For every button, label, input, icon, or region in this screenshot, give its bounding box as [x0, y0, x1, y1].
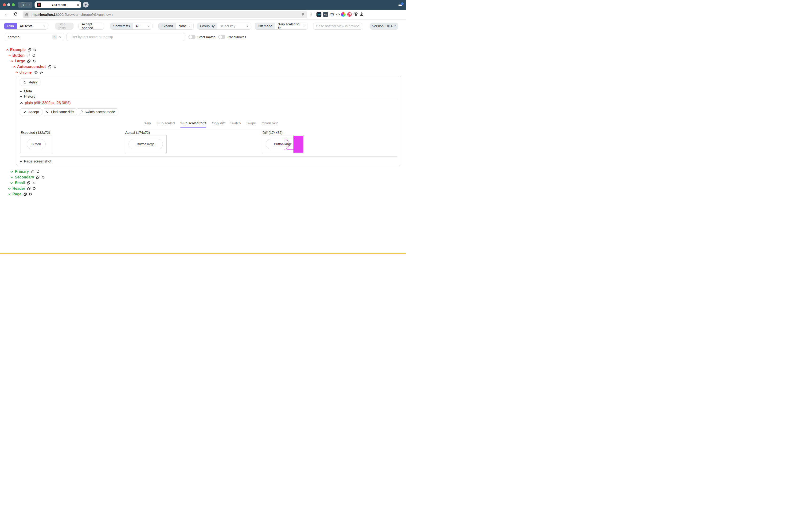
history-section-toggle[interactable]: History — [20, 94, 35, 99]
tab-switch[interactable]: Switch — [230, 121, 241, 128]
run-scope-select[interactable]: All Tests — [17, 23, 48, 29]
state-section-toggle[interactable]: plain (diff: 3302px, 26.36%) — [20, 101, 71, 105]
expand-icon[interactable] — [8, 187, 10, 190]
diff-mode-select[interactable]: 3-up scaled to fit — [275, 23, 307, 29]
test-filter-field[interactable] — [67, 33, 185, 41]
copy-icon[interactable] — [27, 187, 31, 190]
tree-row-autoscreenshot[interactable]: Autoscreenshot — [13, 64, 57, 70]
diff-highlight-block — [293, 136, 303, 152]
checkboxes-toggle[interactable] — [218, 35, 225, 39]
reload-button[interactable] — [14, 12, 18, 17]
tab-3-up-scaled-to-fit[interactable]: 3-up scaled to fit — [180, 121, 206, 128]
tabs-underline-track — [143, 128, 275, 128]
red-badge-extension-icon[interactable] — [347, 12, 352, 17]
expand-icon[interactable] — [8, 193, 10, 195]
tree-row-button[interactable]: Button — [8, 53, 35, 58]
actual-screenshot[interactable]: Button large — [125, 135, 167, 153]
base-host-input[interactable] — [313, 23, 362, 29]
window-close-button[interactable] — [3, 3, 6, 6]
retry-button[interactable]: Retry — [20, 78, 40, 86]
retry-icon[interactable] — [53, 65, 57, 68]
tree-row-example[interactable]: Example — [6, 47, 36, 53]
copy-icon[interactable] — [31, 170, 34, 173]
copy-icon[interactable] — [24, 193, 27, 196]
strict-match-toggle[interactable] — [188, 35, 195, 39]
find-same-diffs-button[interactable]: Find same diffs — [42, 108, 77, 115]
stop-tests-button[interactable]: Stop tests — [55, 23, 74, 30]
browser-menu-icon[interactable]: ⋮ — [309, 12, 313, 17]
show-tests-select[interactable]: All — [133, 23, 152, 29]
test-filter-input[interactable] — [67, 33, 185, 41]
tab-3-up-scaled[interactable]: 3-up scaled — [156, 121, 175, 128]
color-wheel-extension-icon[interactable] — [341, 12, 345, 17]
copy-icon[interactable] — [27, 54, 30, 57]
tab-swipe[interactable]: Swipe — [247, 121, 256, 128]
retry-icon[interactable] — [33, 187, 36, 190]
react-devtools-extension-icon[interactable] — [317, 12, 322, 17]
keys-extension-icon[interactable] — [354, 12, 358, 17]
copy-icon[interactable] — [36, 176, 39, 179]
copy-icon[interactable] — [27, 181, 30, 184]
diff-line-top — [287, 139, 294, 139]
window-minimize-button[interactable] — [7, 3, 10, 6]
tab-3-up[interactable]: 3-up — [144, 121, 151, 128]
collapse-icon[interactable] — [8, 55, 11, 57]
window-titlebar: 1 H Gui report × + — [0, 0, 406, 10]
bookmark-icon[interactable] — [301, 12, 305, 17]
new-tab-button[interactable]: + — [83, 2, 88, 7]
collapse-icon[interactable] — [13, 66, 15, 68]
copy-icon[interactable] — [28, 48, 31, 52]
retry-icon[interactable] — [36, 170, 40, 173]
retry-icon[interactable] — [32, 54, 35, 57]
base-host-field[interactable] — [313, 23, 362, 30]
accept-opened-button[interactable]: Accept opened — [78, 23, 104, 30]
meta-section-toggle[interactable]: Meta — [20, 89, 32, 93]
retry-icon[interactable] — [32, 181, 36, 184]
collapse-icon[interactable] — [15, 71, 18, 74]
tree-row-chrome[interactable]: chrome — [15, 70, 43, 75]
collapse-icon[interactable] — [6, 49, 8, 52]
retry-icon[interactable] — [29, 193, 32, 196]
group-by-select[interactable]: select key — [217, 23, 251, 29]
code-extension-icon[interactable]: </> — [336, 13, 339, 16]
tree-row-small[interactable]: Small — [11, 180, 36, 186]
tree-row-large[interactable]: Large — [11, 58, 36, 64]
tree-row-header[interactable]: Header — [8, 186, 36, 191]
alarm-clock-extension-icon[interactable] — [330, 12, 335, 17]
view-eye-icon[interactable] — [34, 71, 38, 74]
show-tests-label: Show tests — [110, 23, 133, 29]
accept-button[interactable]: Accept — [20, 108, 42, 115]
tab-only-diff[interactable]: Only diff — [212, 121, 225, 128]
switch-accept-mode-button[interactable]: Switch accept mode — [76, 108, 118, 115]
copy-icon[interactable] — [27, 60, 31, 63]
tree-row-page[interactable]: Page — [8, 191, 32, 197]
expand-icon[interactable] — [10, 176, 13, 178]
run-button[interactable]: Run — [4, 23, 17, 29]
password-manager-extension-icon[interactable]: •••| — [323, 12, 328, 17]
expected-screenshot[interactable]: Button — [20, 135, 52, 153]
back-button[interactable]: ← — [4, 12, 8, 17]
share-icon[interactable] — [40, 71, 43, 74]
retry-icon[interactable] — [42, 176, 45, 179]
sidebar-toggle-icon[interactable] — [399, 3, 404, 6]
browser-select[interactable]: chrome 1 — [5, 33, 64, 41]
browser-tab[interactable]: H Gui report × — [35, 1, 81, 8]
tree-row-primary[interactable]: Primary — [11, 169, 40, 174]
tab-overview-control[interactable]: 1 — [18, 2, 32, 8]
tab-onion-skin[interactable]: Onion skin — [261, 121, 278, 128]
address-bar[interactable]: http://localhost:8000/?browser=chrome%3A… — [23, 11, 307, 18]
retry-icon[interactable] — [33, 60, 36, 63]
collapse-icon[interactable] — [10, 60, 13, 63]
page-screenshot-toggle[interactable]: Page screenshot — [20, 159, 51, 163]
diff-screenshot[interactable]: Button large — [262, 135, 304, 153]
copy-icon[interactable] — [48, 65, 51, 68]
tree-row-secondary[interactable]: Secondary — [11, 174, 45, 180]
tab-close-icon[interactable]: × — [77, 3, 79, 7]
expand-icon[interactable] — [10, 170, 13, 173]
expand-icon[interactable] — [10, 181, 13, 184]
site-info-button[interactable] — [24, 12, 29, 18]
downloads-icon[interactable] — [360, 12, 364, 17]
expand-select[interactable]: None — [176, 23, 193, 29]
retry-icon[interactable] — [33, 48, 36, 52]
window-zoom-button[interactable] — [12, 3, 15, 6]
